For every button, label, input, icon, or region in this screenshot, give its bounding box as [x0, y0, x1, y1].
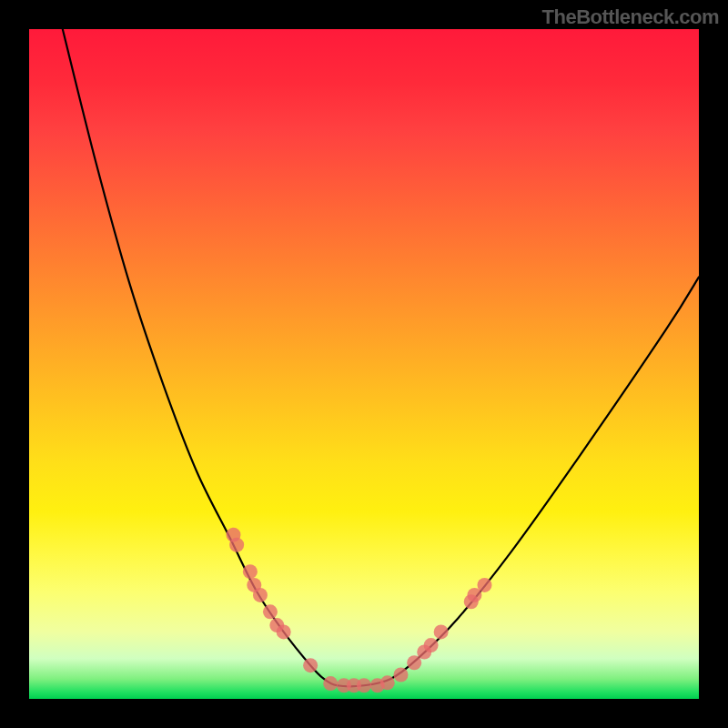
- curve-group: [63, 29, 699, 686]
- data-marker: [277, 624, 291, 639]
- bottleneck-curve: [63, 29, 699, 686]
- data-marker: [253, 588, 268, 602]
- marker-group: [226, 528, 491, 693]
- data-marker: [393, 668, 408, 682]
- data-marker: [263, 604, 278, 619]
- data-marker: [357, 678, 371, 693]
- data-marker: [303, 658, 318, 672]
- chart-svg: [29, 29, 699, 699]
- plot-area: [29, 29, 699, 699]
- data-marker: [243, 564, 258, 579]
- data-marker: [229, 538, 244, 552]
- watermark-label: TheBottleneck.com: [542, 5, 719, 29]
- data-marker: [380, 675, 395, 690]
- chart-frame: TheBottleneck.com: [0, 0, 728, 728]
- data-marker: [434, 624, 449, 639]
- data-marker: [477, 578, 491, 592]
- data-marker: [424, 638, 439, 652]
- data-marker: [407, 655, 421, 670]
- data-marker: [323, 676, 338, 691]
